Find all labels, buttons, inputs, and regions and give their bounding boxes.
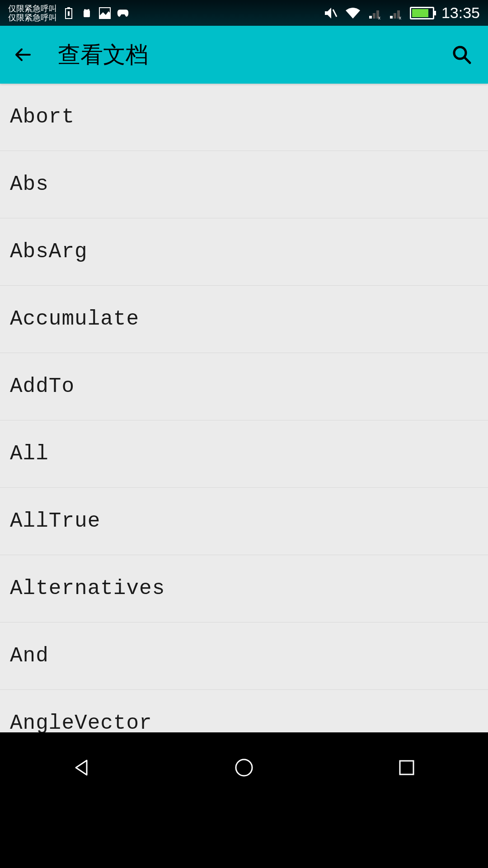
svg-point-11 [236,760,252,776]
list-item-label: AllTrue [10,509,100,533]
circle-home-icon [233,757,255,778]
list-item[interactable]: Alternatives [0,555,488,623]
list-item[interactable]: AddTo [0,353,488,420]
search-button[interactable] [448,41,475,68]
carrier-text-2: 仅限紧急呼叫 [8,13,57,22]
svg-rect-2 [68,11,70,16]
svg-line-6 [333,9,337,17]
gamepad-icon [117,7,129,19]
carrier-text-1: 仅限紧急呼叫 [8,4,57,13]
documentation-list[interactable]: Abort Abs AbsArg Accumulate AddTo All Al… [0,84,488,732]
list-item-label: Alternatives [10,577,165,600]
svg-rect-1 [67,7,70,9]
square-recent-icon [396,757,418,778]
svg-text:x: x [399,15,401,19]
mute-icon [323,6,338,20]
list-item-label: Abs [10,173,49,196]
triangle-back-icon [70,757,92,778]
list-item[interactable]: Accumulate [0,286,488,353]
android-nav-bar [0,732,488,802]
list-item-label: AbsArg [10,240,88,264]
list-item-label: Abort [10,105,75,129]
nav-home-button[interactable] [221,745,267,790]
list-item-label: Accumulate [10,307,139,331]
back-button[interactable] [9,41,36,68]
list-item-label: All [10,442,49,466]
list-item[interactable]: AngleVector [0,690,488,732]
list-item[interactable]: Abort [0,84,488,151]
list-item[interactable]: AbsArg [0,218,488,286]
signal-1-icon: x [368,7,382,19]
arrow-left-icon [12,44,33,66]
battery-small-icon [62,7,75,19]
status-bar: 仅限紧急呼叫 仅限紧急呼叫 x x 13:35 [0,0,488,26]
list-item[interactable]: All [0,420,488,488]
page-title: 查看文档 [58,40,148,70]
android-icon [80,7,93,19]
clock: 13:35 [441,4,480,22]
svg-rect-12 [400,761,413,774]
app-bar: 查看文档 [0,26,488,84]
svg-line-10 [465,57,470,63]
list-item[interactable]: AllTrue [0,488,488,555]
nav-back-button[interactable] [59,745,104,790]
search-icon [451,44,473,66]
status-left: 仅限紧急呼叫 仅限紧急呼叫 [8,4,129,22]
signal-2-icon: x [389,7,403,19]
nav-recent-button[interactable] [384,745,429,790]
list-item-label: AngleVector [10,712,152,732]
svg-text:x: x [378,15,380,19]
status-right: x x 13:35 [323,4,480,22]
image-icon [99,7,111,19]
wifi-icon [345,7,361,19]
list-item[interactable]: Abs [0,151,488,218]
list-item[interactable]: And [0,623,488,690]
list-item-label: AddTo [10,375,75,398]
battery-icon [410,7,434,19]
list-item-label: And [10,644,49,668]
